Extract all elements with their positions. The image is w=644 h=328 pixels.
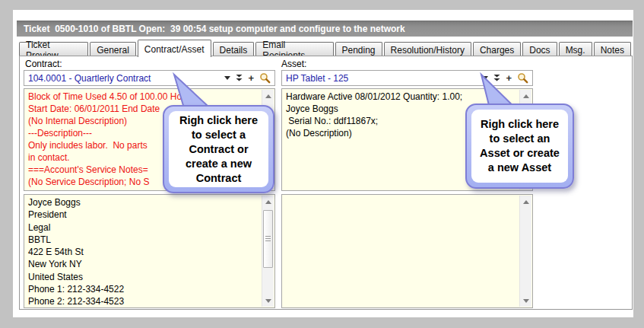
- tab-contract-asset[interactable]: Contract/Asset: [138, 40, 211, 57]
- scrollbar-thumb[interactable]: [263, 210, 273, 268]
- scroll-up-icon[interactable]: [520, 196, 531, 208]
- empty-notes-box[interactable]: [281, 194, 533, 308]
- contract-dropdown-arrow-icon[interactable]: [224, 72, 230, 84]
- tab-msg[interactable]: Msg.: [559, 42, 592, 56]
- tab-email-recipients[interactable]: Email Recipients: [255, 42, 333, 56]
- contract-callout-text: Righ click here to select a Contract or …: [169, 111, 268, 187]
- window-title: Ticket 0500-1010 of BBTL Open: 39 00:54 …: [24, 24, 405, 34]
- tab-resolution-history[interactable]: Resolution/History: [384, 42, 471, 56]
- contract-combo-value: 104.0001 - Quartlerly Contract: [24, 73, 224, 84]
- asset-label: Asset:: [281, 59, 306, 69]
- thumb-grip-icon: [265, 236, 271, 237]
- asset-combo-controls: +: [482, 72, 532, 84]
- screenshot-root: Ticket 0500-1010 of BBTL Open: 39 00:54 …: [0, 0, 644, 328]
- tab-details[interactable]: Details: [213, 42, 255, 56]
- tab-ticket-preview[interactable]: Ticket Preview: [19, 42, 88, 56]
- asset-callout-text: Righ click here to select an Asset or cr…: [471, 110, 568, 183]
- scroll-up-icon[interactable]: [262, 90, 274, 102]
- asset-jump-last-icon[interactable]: [493, 72, 500, 84]
- contact-scrollbar[interactable]: [262, 196, 274, 307]
- contract-combo-controls: +: [224, 72, 274, 84]
- asset-combo-value: HP Tablet - 125: [282, 73, 482, 84]
- scroll-down-icon[interactable]: [262, 295, 274, 307]
- tab-charges[interactable]: Charges: [473, 42, 521, 56]
- scroll-up-icon[interactable]: [520, 90, 531, 102]
- asset-combo[interactable]: HP Tablet - 125 +: [281, 70, 533, 86]
- contact-info-box[interactable]: Joyce Boggs President Legal BBTL 422 E 5…: [24, 194, 275, 308]
- asset-search-icon[interactable]: [517, 72, 528, 84]
- asset-add-icon[interactable]: +: [506, 72, 512, 84]
- notes-scrollbar[interactable]: [519, 196, 531, 307]
- tab-pending[interactable]: Pending: [335, 42, 382, 56]
- title-bar: Ticket 0500-1010 of BBTL Open: 39 00:54 …: [17, 21, 633, 37]
- tab-notes[interactable]: Notes: [594, 42, 631, 56]
- contract-search-icon[interactable]: [259, 72, 271, 84]
- contract-add-icon[interactable]: +: [248, 72, 254, 84]
- asset-dropdown-arrow-icon[interactable]: [482, 72, 488, 84]
- contact-info-text: Joyce Boggs President Legal BBTL 422 E 5…: [28, 196, 259, 308]
- contract-jump-last-icon[interactable]: [236, 72, 243, 84]
- tab-docs[interactable]: Docs: [522, 42, 557, 56]
- asset-callout: Righ click here to select an Asset or cr…: [465, 103, 574, 189]
- tab-general[interactable]: General: [90, 42, 136, 56]
- tab-strip: Ticket Preview General Contract/Asset De…: [19, 40, 633, 56]
- contract-callout: Righ click here to select a Contract or …: [163, 105, 274, 193]
- scroll-up-icon[interactable]: [262, 196, 274, 208]
- contract-label: Contract:: [25, 59, 62, 69]
- contract-combo[interactable]: 104.0001 - Quartlerly Contract +: [24, 70, 275, 86]
- scroll-down-icon[interactable]: [520, 295, 531, 307]
